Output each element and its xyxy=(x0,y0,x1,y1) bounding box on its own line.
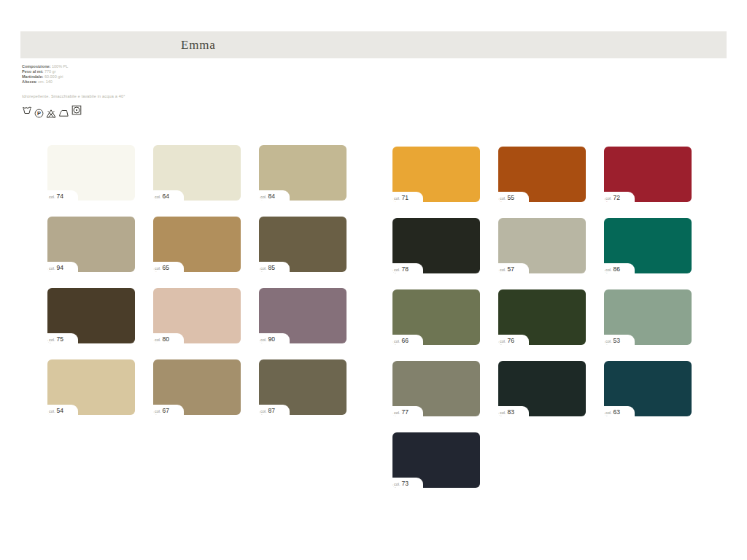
fabric-swatch-87: col.87 xyxy=(259,359,347,415)
spec-label: Composizione: xyxy=(22,64,52,69)
swatch-label-number: 83 xyxy=(508,409,514,416)
swatch-label: col.71 xyxy=(392,192,423,202)
fabric-swatch-73: col.73 xyxy=(392,432,480,488)
swatch-label: col.76 xyxy=(498,335,529,345)
swatch-group-right: col.71col.55col.72col.78col.57col.86col.… xyxy=(392,147,692,488)
swatch-label-number: 72 xyxy=(614,195,620,201)
swatch-label-number: 80 xyxy=(163,336,169,343)
swatch-label-prefix: col. xyxy=(394,481,400,487)
swatch-label-prefix: col. xyxy=(500,338,506,344)
swatch-label: col.77 xyxy=(392,406,423,416)
swatch-label-number: 71 xyxy=(402,195,409,201)
swatch-label-prefix: col. xyxy=(155,194,161,200)
swatch-label: col.75 xyxy=(47,333,78,343)
swatch-label-number: 78 xyxy=(402,266,409,273)
swatch-label-number: 73 xyxy=(402,481,409,487)
fabric-swatch-94: col.94 xyxy=(47,217,135,272)
swatch-label-number: 55 xyxy=(508,195,514,201)
swatch-label-number: 65 xyxy=(163,265,169,271)
fabric-swatch-72: col.72 xyxy=(604,147,692,202)
swatch-label-prefix: col. xyxy=(49,408,55,414)
swatch-label-prefix: col. xyxy=(155,265,161,271)
spec-value: 100% PL xyxy=(52,64,68,69)
swatch-label: col.85 xyxy=(259,262,290,272)
header-bar: Emma xyxy=(20,31,727,58)
swatch-label-number: 54 xyxy=(57,408,63,414)
swatch-label: col.63 xyxy=(604,406,635,416)
fabric-swatch-75: col.75 xyxy=(47,288,135,343)
page-title: Emma xyxy=(20,31,727,58)
care-symbols-row: P xyxy=(22,105,82,118)
fabric-swatch-86: col.86 xyxy=(604,218,692,273)
swatch-label-prefix: col. xyxy=(260,265,267,271)
swatch-label: col.66 xyxy=(392,335,423,345)
swatch-label-prefix: col. xyxy=(605,410,612,416)
fabric-swatch-74: col.74 xyxy=(47,145,135,201)
fabric-swatch-55: col.55 xyxy=(498,147,586,202)
spec-value: cm. 140 xyxy=(38,79,53,84)
swatch-label-prefix: col. xyxy=(500,410,506,416)
dry-clean-p-icon: P xyxy=(34,109,44,118)
swatch-label-number: 76 xyxy=(508,338,514,344)
fabric-swatch-85: col.85 xyxy=(259,217,347,272)
swatch-group-left: col.74col.64col.84col.94col.65col.85col.… xyxy=(47,145,347,415)
swatch-label-prefix: col. xyxy=(605,267,612,273)
spec-value: 770 gr xyxy=(44,69,56,74)
swatch-label-prefix: col. xyxy=(394,410,400,416)
fabric-swatch-63: col.63 xyxy=(604,361,692,416)
swatch-label-prefix: col. xyxy=(605,338,612,344)
swatch-label-number: 53 xyxy=(614,338,620,344)
fabric-swatch-77: col.77 xyxy=(392,361,480,416)
spec-label: Altezza: xyxy=(22,79,38,84)
fabric-swatch-54: col.54 xyxy=(47,359,135,415)
svg-text:P: P xyxy=(37,110,41,117)
spec-line: Martindale: 60.000 giri xyxy=(22,74,68,79)
swatch-label-prefix: col. xyxy=(394,195,400,201)
spec-line: Peso al mt: 770 gr xyxy=(22,69,68,74)
swatch-label-number: 57 xyxy=(508,266,514,273)
swatch-label-prefix: col. xyxy=(49,194,55,200)
iron-icon xyxy=(58,109,69,117)
spec-label: Peso al mt: xyxy=(22,69,44,74)
fabric-swatch-53: col.53 xyxy=(604,289,692,345)
swatch-label: col.73 xyxy=(392,478,423,488)
swatch-label-prefix: col. xyxy=(49,337,55,343)
swatch-label-number: 86 xyxy=(614,266,620,273)
swatch-label: col.67 xyxy=(153,405,184,415)
swatch-label-prefix: col. xyxy=(500,195,506,201)
swatch-label: col.90 xyxy=(259,333,290,343)
fabric-swatch-90: col.90 xyxy=(259,288,347,343)
swatch-label-number: 77 xyxy=(402,409,409,416)
spec-line: Composizione: 100% PL xyxy=(22,64,68,69)
fabric-swatch-66: col.66 xyxy=(392,289,480,345)
fabric-note: Idrorepellente. Smacchiabile e lavabile … xyxy=(22,94,125,98)
fabric-specs: Composizione: 100% PLPeso al mt: 770 grM… xyxy=(22,64,68,85)
swatch-label-number: 84 xyxy=(268,193,275,200)
swatch-label-prefix: col. xyxy=(260,194,267,200)
fabric-swatch-64: col.64 xyxy=(153,145,241,201)
swatch-label: col.94 xyxy=(47,262,78,272)
swatch-label-prefix: col. xyxy=(605,195,612,201)
swatch-label-number: 90 xyxy=(268,336,275,343)
spec-value: 60.000 giri xyxy=(44,74,63,79)
swatch-label: col.83 xyxy=(498,406,529,416)
fabric-swatch-65: col.65 xyxy=(153,217,241,272)
swatch-label: col.55 xyxy=(498,192,529,202)
fabric-swatch-78: col.78 xyxy=(392,218,480,273)
no-bleach-icon xyxy=(46,109,56,118)
swatch-label: col.87 xyxy=(259,405,290,415)
spec-label: Martindale: xyxy=(22,74,44,79)
swatch-label: col.57 xyxy=(498,263,529,273)
swatch-label-prefix: col. xyxy=(260,408,267,414)
tumble-dry-icon xyxy=(71,105,82,115)
swatch-label-prefix: col. xyxy=(500,267,506,273)
swatch-label-prefix: col. xyxy=(155,408,161,414)
fabric-swatch-80: col.80 xyxy=(153,288,241,343)
swatch-label: col.84 xyxy=(259,190,290,201)
fabric-swatch-57: col.57 xyxy=(498,218,586,273)
swatch-label-number: 64 xyxy=(163,193,169,200)
swatch-label-prefix: col. xyxy=(155,337,161,343)
swatch-label-prefix: col. xyxy=(394,338,400,344)
swatch-label-prefix: col. xyxy=(394,267,400,273)
swatch-label: col.86 xyxy=(604,263,635,273)
